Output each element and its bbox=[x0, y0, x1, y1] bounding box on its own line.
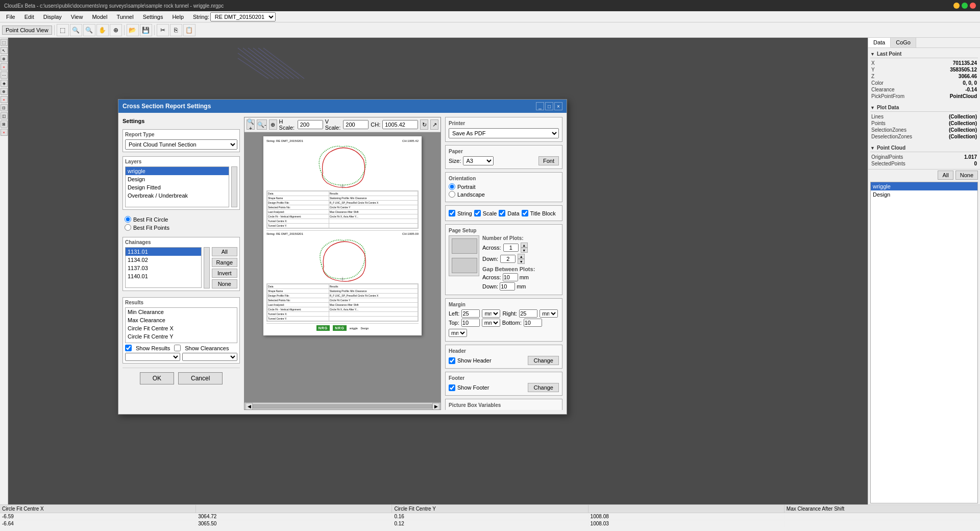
tool-extra[interactable]: ⊕ bbox=[110, 24, 122, 36]
right-layer-design[interactable]: Design bbox=[871, 190, 977, 199]
tool-zoom-out[interactable]: 🔍 bbox=[83, 24, 95, 36]
printer-select[interactable]: Save As PDF bbox=[449, 128, 559, 138]
margin-bottom-unit[interactable]: mm bbox=[449, 329, 467, 337]
chainage-1131[interactable]: 1131.01 bbox=[126, 248, 201, 256]
ch-input[interactable] bbox=[382, 120, 418, 129]
margin-top-unit[interactable]: mm bbox=[482, 319, 500, 327]
v-scale-input[interactable] bbox=[343, 120, 369, 129]
side-btn-3[interactable]: ⊕ bbox=[1, 55, 8, 62]
result-max-clearance[interactable]: Max Clearance bbox=[126, 316, 237, 324]
minimize-btn[interactable] bbox=[953, 3, 960, 9]
margin-right-input[interactable] bbox=[519, 309, 537, 318]
side-btn-7[interactable]: ⊕ bbox=[1, 88, 8, 95]
tab-data[interactable]: Data bbox=[868, 38, 891, 47]
margin-left-input[interactable] bbox=[461, 309, 480, 318]
show-header-checkbox[interactable] bbox=[449, 357, 455, 364]
canvas-area[interactable]: Cross Section Report Settings _ □ × Sett… bbox=[8, 38, 868, 504]
maximize-btn[interactable] bbox=[962, 3, 968, 9]
tool-paste[interactable]: 📋 bbox=[183, 24, 195, 36]
best-fit-points-radio[interactable] bbox=[125, 224, 131, 231]
title-block-checkbox[interactable] bbox=[522, 210, 528, 216]
show-clearances-checkbox[interactable] bbox=[174, 345, 181, 351]
right-none-btn[interactable]: None bbox=[955, 171, 978, 180]
result-circle-y[interactable]: Circle Fit Centre Y bbox=[126, 332, 237, 341]
side-btn-12[interactable]: × bbox=[1, 129, 8, 136]
chainages-none-btn[interactable]: None bbox=[212, 279, 237, 288]
show-footer-checkbox[interactable] bbox=[449, 384, 455, 391]
portrait-radio[interactable] bbox=[449, 183, 455, 190]
tool-copy[interactable]: ⎘ bbox=[170, 24, 182, 36]
hscroll-track[interactable] bbox=[253, 404, 432, 408]
side-btn-11[interactable]: ⊞ bbox=[1, 120, 8, 128]
prev-refresh[interactable]: ↻ bbox=[420, 119, 428, 130]
h-scale-input[interactable] bbox=[298, 120, 323, 129]
down-up[interactable]: ▲ bbox=[518, 254, 525, 259]
side-btn-9[interactable]: ⊡ bbox=[1, 104, 8, 111]
gap-across-input[interactable] bbox=[503, 273, 518, 281]
side-btn-10[interactable]: ◫ bbox=[1, 112, 8, 119]
prev-zoom-out[interactable]: 🔍- bbox=[257, 119, 267, 130]
best-fit-circle-radio[interactable] bbox=[125, 216, 131, 223]
across-up[interactable]: ▲ bbox=[521, 243, 528, 248]
menu-edit[interactable]: Edit bbox=[20, 13, 38, 21]
show-results-checkbox[interactable] bbox=[125, 345, 132, 351]
prev-zoom-in[interactable]: 🔍+ bbox=[247, 119, 255, 130]
dialog-minimize[interactable]: _ bbox=[536, 102, 544, 110]
margin-left-unit[interactable]: mm bbox=[482, 309, 500, 318]
tool-cut[interactable]: ✂ bbox=[157, 24, 169, 36]
chainages-list[interactable]: 1131.01 1134.02 1137.03 1140.01 bbox=[125, 247, 202, 288]
landscape-radio[interactable] bbox=[449, 191, 455, 198]
right-panel-layers-list[interactable]: wriggle Design bbox=[870, 182, 978, 503]
side-btn-8[interactable]: × bbox=[1, 96, 8, 103]
chainages-all-btn[interactable]: All bbox=[212, 247, 237, 256]
prev-center[interactable]: ⊕ bbox=[269, 119, 277, 130]
string-checkbox[interactable] bbox=[449, 210, 455, 216]
paper-size-select[interactable]: A3 bbox=[463, 156, 494, 165]
menu-settings[interactable]: Settings bbox=[139, 13, 167, 21]
chainages-invert-btn[interactable]: Invert bbox=[212, 269, 237, 278]
down-down[interactable]: ▼ bbox=[518, 259, 525, 264]
report-type-select[interactable]: Point Cloud Tunnel Section bbox=[125, 139, 237, 150]
prev-export[interactable]: ↗ bbox=[430, 119, 438, 130]
chainage-1137[interactable]: 1137.03 bbox=[126, 264, 201, 272]
menu-file[interactable]: File bbox=[2, 13, 19, 21]
side-btn-1[interactable]: ⬚ bbox=[1, 39, 8, 46]
font-button[interactable]: Font bbox=[538, 156, 559, 165]
chainages-scrollbar[interactable] bbox=[204, 247, 210, 288]
prev-nav-left[interactable]: ◀ bbox=[246, 403, 253, 410]
tool-pan[interactable]: ✋ bbox=[96, 24, 109, 36]
layer-item-overbreak[interactable]: Overbreak / Underbreak bbox=[126, 191, 229, 200]
margin-top-input[interactable] bbox=[461, 319, 480, 327]
close-btn[interactable] bbox=[970, 3, 976, 9]
gap-down-input[interactable] bbox=[500, 282, 515, 291]
side-btn-4[interactable]: × bbox=[1, 63, 8, 70]
chainage-1134[interactable]: 1134.02 bbox=[126, 256, 201, 264]
side-btn-6[interactable]: ◈ bbox=[1, 80, 8, 87]
tool-save[interactable]: 💾 bbox=[140, 24, 152, 36]
preview-hscrollbar[interactable]: ◀ ▶ bbox=[244, 402, 440, 409]
across-down[interactable]: ▼ bbox=[521, 248, 528, 253]
cancel-button[interactable]: Cancel bbox=[178, 372, 223, 384]
tool-zoom-in[interactable]: 🔍 bbox=[70, 24, 82, 36]
results-dropdown-2[interactable] bbox=[182, 353, 237, 361]
result-circle-x[interactable]: Circle Fit Centre X bbox=[126, 324, 237, 332]
chainage-1140[interactable]: 1140.01 bbox=[126, 272, 201, 280]
menu-tunnel[interactable]: Tunnel bbox=[112, 13, 137, 21]
layers-list[interactable]: wriggle Design Design Fitted Overbreak /… bbox=[125, 166, 229, 207]
prev-nav-right[interactable]: ▶ bbox=[432, 403, 439, 410]
menu-model[interactable]: Model bbox=[88, 13, 111, 21]
chainages-range-btn[interactable]: Range bbox=[212, 258, 237, 267]
dialog-maximize[interactable]: □ bbox=[545, 102, 553, 110]
string-select[interactable]: RE DMT_20150201 bbox=[210, 12, 276, 21]
result-min-clearance[interactable]: Min Clearance bbox=[126, 308, 237, 316]
side-btn-5[interactable]: ⋯ bbox=[1, 71, 8, 79]
side-btn-2[interactable]: ↖ bbox=[1, 47, 8, 54]
margin-bottom-input[interactable] bbox=[524, 319, 542, 327]
scale-checkbox[interactable] bbox=[474, 210, 481, 216]
menu-display[interactable]: Display bbox=[39, 13, 66, 21]
results-dropdown-1[interactable] bbox=[125, 353, 180, 361]
menu-help[interactable]: Help bbox=[168, 13, 188, 21]
tool-select[interactable]: ⬚ bbox=[57, 24, 69, 36]
dialog-close[interactable]: × bbox=[554, 102, 562, 110]
header-change-btn[interactable]: Change bbox=[528, 356, 559, 365]
